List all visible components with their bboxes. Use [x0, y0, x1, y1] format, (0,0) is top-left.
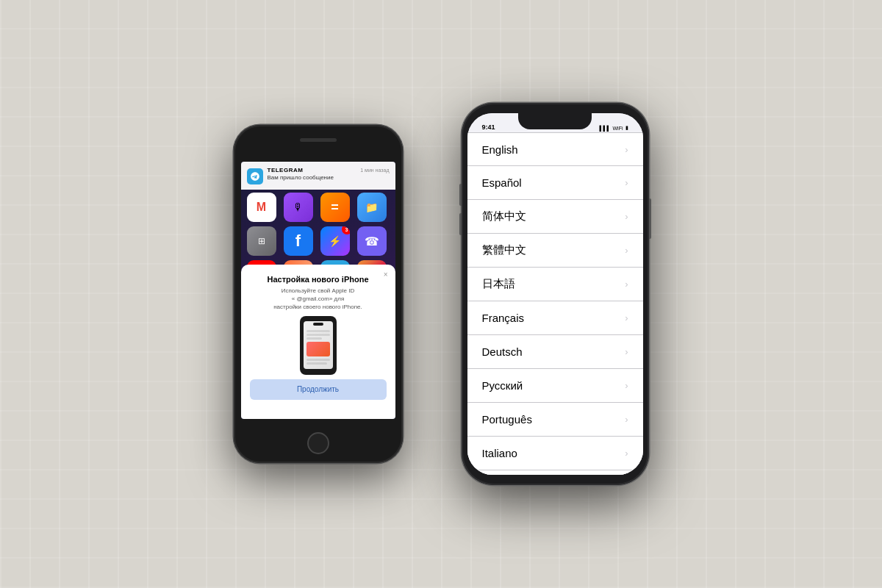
signal-icon: ▌▌▌ [600, 126, 611, 131]
status-time: 9:41 [482, 123, 495, 131]
app-files[interactable] [357, 193, 387, 222]
speaker [300, 138, 337, 142]
lang-item-french[interactable]: Français › [467, 301, 643, 335]
lang-name: Français [482, 312, 525, 324]
lang-name: 简体中文 [482, 209, 526, 223]
screen-left: TELEGRAM 1 мин назад Вам пришло сообщени… [241, 162, 395, 419]
notif-time: 1 мин назад [360, 168, 389, 173]
chevron-icon: › [625, 144, 628, 155]
lang-name: English [482, 143, 518, 156]
continue-button[interactable]: Продолжить [250, 379, 387, 400]
volume-down-button [459, 213, 462, 235]
modal-phone-image [300, 316, 337, 375]
power-button [649, 198, 651, 239]
notif-app-name: TELEGRAM [268, 167, 304, 173]
chevron-icon: › [625, 211, 628, 222]
lang-item-korean[interactable]: 한국어 › [467, 470, 643, 475]
setup-modal: × Настройка нового iPhone Используйте св… [241, 265, 395, 419]
lang-item-english[interactable]: English › [467, 132, 643, 166]
chevron-icon: › [625, 414, 628, 425]
app-facebook[interactable] [284, 226, 313, 256]
chevron-icon: › [625, 177, 628, 188]
chevron-icon: › [625, 346, 628, 357]
lang-name: Русский [482, 379, 523, 392]
chevron-icon: › [625, 312, 628, 323]
telegram-notif-icon [247, 168, 263, 184]
app-calculator[interactable] [320, 193, 350, 222]
iphone-left: TELEGRAM 1 мин назад Вам пришло сообщени… [234, 125, 403, 463]
app-messenger[interactable]: 3 [320, 226, 350, 256]
lang-name: Português [482, 413, 532, 426]
app-podcasts[interactable] [284, 193, 313, 222]
battery-icon: ▮ [625, 125, 628, 131]
notif-message: Вам пришло сообщение [268, 174, 390, 181]
language-list: English › Español › 简体中文 › 繁體中文 › 日本語 › … [467, 132, 643, 475]
close-icon[interactable]: × [384, 270, 388, 279]
home-button[interactable] [307, 432, 329, 454]
app-gmail[interactable] [247, 193, 276, 222]
lang-item-japanese[interactable]: 日本語 › [467, 268, 643, 301]
notch [518, 113, 592, 129]
chevron-icon: › [625, 380, 628, 391]
volume-up-button [459, 184, 462, 206]
lang-name: Deutsch [482, 345, 523, 358]
lang-item-italian[interactable]: Italiano › [467, 437, 643, 470]
iphone-right: 9:41 ▌▌▌ WiFi ▮ English › Español › 简体中文… [462, 103, 649, 485]
notif-content: TELEGRAM 1 мин назад Вам пришло сообщени… [268, 167, 390, 181]
lang-item-german[interactable]: Deutsch › [467, 335, 643, 369]
app-extras[interactable] [247, 226, 276, 256]
chevron-icon: › [625, 245, 628, 256]
modal-subtitle: Используйте свой Apple ID« @gmail.com» д… [268, 287, 368, 312]
wifi-icon: WiFi [613, 126, 623, 131]
lang-item-espanol[interactable]: Español › [467, 166, 643, 200]
lang-item-traditional-chinese[interactable]: 繁體中文 › [467, 234, 643, 268]
lang-item-simplified-chinese[interactable]: 简体中文 › [467, 200, 643, 234]
lang-item-portuguese[interactable]: Português › [467, 403, 643, 437]
status-icons: ▌▌▌ WiFi ▮ [600, 125, 628, 131]
lang-name: 繁體中文 [482, 243, 526, 257]
chevron-icon: › [625, 448, 628, 459]
app-viber[interactable] [357, 226, 387, 256]
lang-name: Italiano [482, 447, 517, 459]
lang-name: 日本語 [482, 277, 515, 291]
messenger-badge: 3 [342, 226, 350, 234]
chevron-icon: › [625, 279, 628, 290]
modal-title: Настройка нового iPhone [267, 275, 368, 284]
screen-right: 9:41 ▌▌▌ WiFi ▮ English › Español › 简体中文… [467, 113, 643, 475]
lang-item-russian[interactable]: Русский › [467, 369, 643, 403]
lang-name: Español [482, 176, 522, 189]
notification-banner[interactable]: TELEGRAM 1 мин назад Вам пришло сообщени… [241, 162, 395, 190]
